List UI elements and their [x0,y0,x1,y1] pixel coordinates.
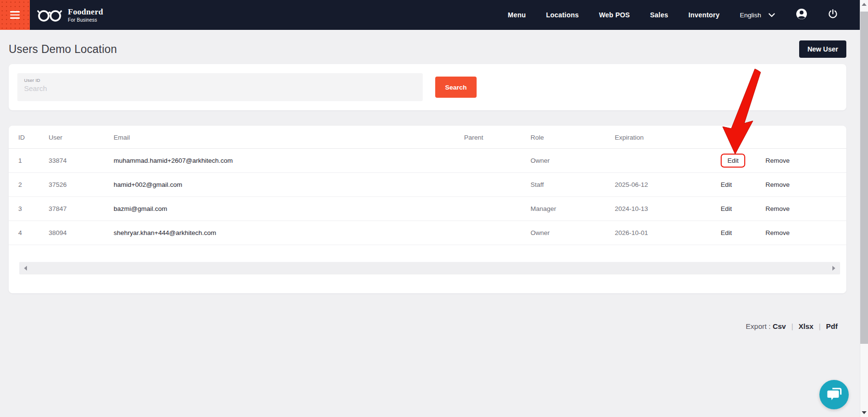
cell-user: 37526 [39,173,104,197]
table-header-row: ID User Email Parent Role Expiration [9,126,846,149]
table-row: 4 38094 shehryar.khan+444@arkhitech.com … [9,221,846,245]
export-label: Export : [746,322,771,330]
cell-parent [454,173,521,197]
export-csv-link[interactable]: Csv [773,322,786,330]
hamburger-menu-button[interactable] [0,0,30,30]
brand-logo[interactable]: Foodnerd For Business [37,7,103,23]
table-row: 1 33874 muhammad.hamid+2607@arkhitech.co… [9,149,846,173]
export-separator: | [791,322,793,330]
chat-bubbles-icon [827,387,842,403]
edit-button-row-3[interactable]: Edit [721,205,732,212]
cell-parent [454,221,521,245]
cell-user: 37847 [39,197,104,221]
table-row: 3 37847 bazmi@gmail.com Manager 2024-10-… [9,197,846,221]
search-button[interactable]: Search [435,77,477,98]
header-actions-remove [756,126,846,149]
cell-expiration: 2025-06-12 [605,173,711,197]
header-parent: Parent [454,126,521,149]
cell-role: Manager [521,197,605,221]
cell-expiration [605,149,711,173]
search-panel: User ID Search [9,64,846,110]
cell-email: hamid+002@gmail.com [104,173,454,197]
scroll-left-icon[interactable] [24,266,27,271]
language-label: English [740,12,761,19]
edit-button-row-2[interactable]: Edit [721,181,732,188]
glasses-logo-icon [37,7,64,23]
brand-tagline: For Business [68,17,103,23]
nav-item-menu[interactable]: Menu [508,11,526,19]
navbar-links: Menu Locations Web POS Sales Inventory E… [508,8,838,22]
remove-button-row-1[interactable]: Remove [765,157,790,164]
page-title: Users Demo Location [9,43,117,56]
new-user-button[interactable]: New User [799,40,846,58]
cell-expiration: 2026-10-01 [605,221,711,245]
cell-email: bazmi@gmail.com [104,197,454,221]
table-row: 2 37526 hamid+002@gmail.com Staff 2025-0… [9,173,846,197]
header-expiration: Expiration [605,126,711,149]
language-selector[interactable]: English [740,12,776,19]
account-circle-icon [796,8,807,22]
account-button[interactable] [796,8,807,22]
cell-email: shehryar.khan+444@arkhitech.com [104,221,454,245]
cell-role: Owner [521,149,605,173]
export-bar: Export : Csv | Xlsx | Pdf [9,322,846,330]
cell-id: 3 [9,197,39,221]
export-pdf-link[interactable]: Pdf [826,322,838,330]
cell-expiration: 2024-10-13 [605,197,711,221]
header-email: Email [104,126,454,149]
export-xlsx-link[interactable]: Xlsx [799,322,814,330]
user-id-search-input[interactable] [24,84,416,92]
header-role: Role [521,126,605,149]
vertical-scrollbar-thumb[interactable] [860,12,868,344]
brand-name: Foodnerd [68,7,103,17]
chevron-down-icon [768,12,776,19]
scroll-down-icon[interactable] [862,411,867,414]
top-navbar: Foodnerd For Business Menu Locations Web… [0,0,868,30]
remove-button-row-2[interactable]: Remove [765,181,790,188]
app-root: Foodnerd For Business Menu Locations Web… [0,0,868,417]
cell-parent [454,197,521,221]
export-separator: | [819,322,821,330]
nav-item-locations[interactable]: Locations [546,11,579,19]
scroll-up-icon[interactable] [862,3,867,6]
horizontal-scrollbar[interactable] [19,262,840,274]
remove-button-row-4[interactable]: Remove [765,229,790,236]
cell-id: 4 [9,221,39,245]
cell-email: muhammad.hamid+2607@arkhitech.com [104,149,454,173]
cell-role: Staff [521,173,605,197]
chat-widget-button[interactable] [819,380,849,409]
cell-id: 2 [9,173,39,197]
nav-item-sales[interactable]: Sales [650,11,668,19]
logout-button[interactable] [828,9,838,21]
power-icon [828,9,838,21]
main-content: Users Demo Location New User User ID Sea… [0,40,868,330]
cell-parent [454,149,521,173]
cell-role: Owner [521,221,605,245]
cell-user: 33874 [39,149,104,173]
cell-user: 38094 [39,221,104,245]
remove-button-row-3[interactable]: Remove [765,205,790,212]
header-actions-edit [711,126,756,149]
edit-button-row-1[interactable]: Edit [721,154,745,168]
users-table: ID User Email Parent Role Expiration 1 3… [9,126,846,245]
scroll-right-icon[interactable] [832,266,835,271]
vertical-scrollbar[interactable] [860,0,868,417]
user-id-field-label: User ID [24,78,416,83]
edit-button-row-4[interactable]: Edit [721,229,732,236]
nav-item-web-pos[interactable]: Web POS [599,11,630,19]
header-user: User [39,126,104,149]
header-id: ID [9,126,39,149]
nav-item-inventory[interactable]: Inventory [688,11,720,19]
users-table-card: ID User Email Parent Role Expiration 1 3… [9,126,846,293]
cell-id: 1 [9,149,39,173]
user-id-field[interactable]: User ID [17,73,423,101]
